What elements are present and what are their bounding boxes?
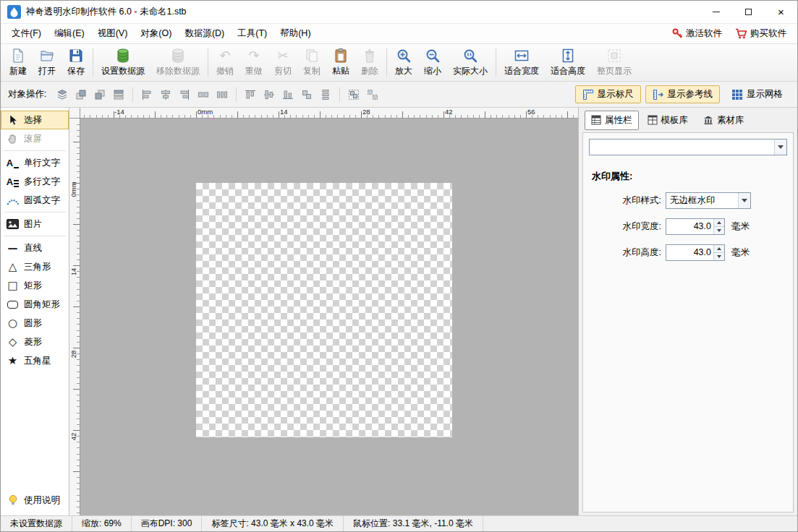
- help-button[interactable]: 使用说明: [1, 491, 69, 510]
- select-cursor-icon: [5, 114, 20, 126]
- watermark-width-label: 水印宽度:: [589, 220, 661, 233]
- distribute-v-button[interactable]: [317, 86, 334, 103]
- tool-arc-text[interactable]: 圆弧文字: [1, 191, 69, 210]
- align-middle-button[interactable]: [260, 86, 278, 103]
- minimize-icon: [713, 12, 720, 12]
- show-guides-toggle[interactable]: 显示参考线: [645, 85, 721, 103]
- remove-datasource-button[interactable]: 移除数据源: [150, 46, 205, 80]
- show-ruler-toggle[interactable]: 显示标尺: [575, 85, 641, 103]
- menu-help[interactable]: 帮助(H): [273, 25, 317, 43]
- copy-button[interactable]: 复制: [297, 46, 326, 80]
- fit-width-icon: [514, 48, 530, 64]
- delete-button[interactable]: 删除: [355, 46, 384, 80]
- menu-edit[interactable]: 编辑(E): [48, 25, 91, 43]
- cut-button[interactable]: ✂ 剪切: [268, 46, 297, 80]
- send-backward-button[interactable]: [91, 86, 109, 103]
- undo-button[interactable]: ↶ 撤销: [211, 46, 239, 80]
- menu-object[interactable]: 对象(O): [134, 25, 178, 43]
- open-button[interactable]: 打开: [33, 46, 61, 80]
- menu-tools[interactable]: 工具(T): [231, 25, 273, 43]
- set-datasource-button[interactable]: 设置数据源: [95, 46, 150, 80]
- align-top-button[interactable]: [242, 86, 259, 103]
- watermark-height-input[interactable]: [666, 245, 713, 260]
- watermark-artboard[interactable]: [196, 183, 452, 437]
- width-spinner: [713, 219, 724, 234]
- menu-file[interactable]: 文件(F): [5, 25, 48, 43]
- watermark-properties-title: 水印属性:: [592, 170, 787, 183]
- database-remove-icon: [170, 48, 186, 64]
- watermark-style-select[interactable]: 无边框水印: [666, 192, 751, 209]
- zoom-in-button[interactable]: 放大: [389, 46, 418, 80]
- whole-page-button[interactable]: 整页显示: [591, 46, 637, 80]
- group-button[interactable]: [345, 86, 362, 103]
- new-button[interactable]: 新建: [4, 46, 33, 80]
- hand-icon: [5, 133, 20, 145]
- ruler-icon: [582, 89, 594, 100]
- align-right-button[interactable]: [176, 86, 193, 103]
- tab-materials[interactable]: 素材库: [697, 111, 751, 130]
- activate-software-button[interactable]: 激活软件: [666, 25, 729, 42]
- width-decrement-button[interactable]: [714, 227, 724, 234]
- watermark-height-label: 水印高度:: [589, 246, 661, 259]
- save-button[interactable]: 保存: [61, 46, 90, 80]
- tab-properties[interactable]: 属性栏: [585, 111, 639, 130]
- line-icon: —: [5, 242, 20, 254]
- menu-view[interactable]: 视图(V): [91, 25, 135, 43]
- tool-single-line-text[interactable]: A 单行文字: [1, 153, 69, 172]
- tab-templates[interactable]: 模板库: [641, 111, 695, 130]
- equal-width-button[interactable]: [195, 86, 212, 103]
- tool-diamond[interactable]: ◇ 菱形: [1, 332, 69, 351]
- maximize-button[interactable]: [732, 1, 765, 23]
- scissors-icon: ✂: [277, 48, 288, 64]
- bring-forward-button[interactable]: [72, 86, 90, 103]
- ungroup-button[interactable]: [364, 86, 381, 103]
- redo-button[interactable]: ↷ 重做: [239, 46, 268, 80]
- tool-star[interactable]: ★ 五角星: [1, 351, 69, 370]
- fit-width-button[interactable]: 适合宽度: [498, 46, 545, 80]
- layer-stack-button[interactable]: [54, 86, 71, 103]
- tool-line[interactable]: — 直线: [1, 239, 69, 257]
- canvas[interactable]: [80, 119, 578, 515]
- buy-software-button[interactable]: 购买软件: [729, 25, 793, 42]
- properties-icon: [591, 115, 601, 125]
- tool-rounded-rectangle[interactable]: 圆角矩形: [1, 295, 69, 314]
- dropdown-arrow-icon[interactable]: [774, 140, 786, 155]
- layer-order-button[interactable]: [110, 86, 127, 103]
- align-center-h-button[interactable]: [157, 86, 174, 103]
- titlebar: 神奇透明水印制作软件 6.0 - 未命名1.stb ×: [1, 1, 797, 24]
- tool-rectangle[interactable]: □ 矩形: [1, 276, 69, 295]
- rectangle-icon: □: [5, 280, 20, 291]
- height-decrement-button[interactable]: [714, 253, 724, 260]
- width-increment-button[interactable]: [714, 219, 724, 227]
- tool-circle[interactable]: ○ 圆形: [1, 314, 69, 332]
- equal-size-button[interactable]: [298, 86, 315, 103]
- zoom-out-button[interactable]: 缩小: [418, 46, 447, 80]
- paste-button[interactable]: 粘贴: [326, 46, 355, 80]
- paste-clipboard-icon: [333, 48, 349, 64]
- close-button[interactable]: ×: [765, 1, 797, 23]
- menu-datasource[interactable]: 数据源(D): [178, 25, 231, 43]
- rounded-rectangle-icon: [5, 301, 20, 309]
- style-dropdown-arrow-icon[interactable]: [738, 193, 750, 208]
- tool-image[interactable]: 图片: [1, 215, 69, 233]
- object-selector-dropdown[interactable]: [589, 139, 787, 155]
- align-bottom-button[interactable]: [279, 86, 297, 103]
- vertical-ruler: 0mm 14 28 42: [69, 119, 80, 515]
- distribute-h-button[interactable]: [213, 86, 231, 103]
- tool-select[interactable]: 选择: [1, 111, 69, 129]
- tool-pan[interactable]: 滚屏: [1, 129, 69, 148]
- save-icon: [68, 48, 84, 64]
- align-left-button[interactable]: [138, 86, 156, 103]
- fit-height-button[interactable]: 适合高度: [545, 46, 591, 80]
- height-increment-button[interactable]: [714, 245, 724, 253]
- actual-size-icon: [462, 48, 478, 64]
- show-grid-toggle[interactable]: 显示网格: [724, 85, 790, 103]
- watermark-width-input[interactable]: [666, 219, 713, 234]
- tool-triangle[interactable]: △ 三角形: [1, 257, 69, 276]
- minimize-button[interactable]: [700, 1, 732, 23]
- width-unit-label: 毫米: [731, 220, 750, 233]
- tool-multi-line-text[interactable]: A 多行文字: [1, 172, 69, 191]
- object-operations-bar: 对象操作: 显示标尺 显示参考线 显示网格: [1, 82, 797, 108]
- actual-size-button[interactable]: 实际大小: [447, 46, 493, 80]
- status-datasource: 未设置数据源: [1, 516, 72, 531]
